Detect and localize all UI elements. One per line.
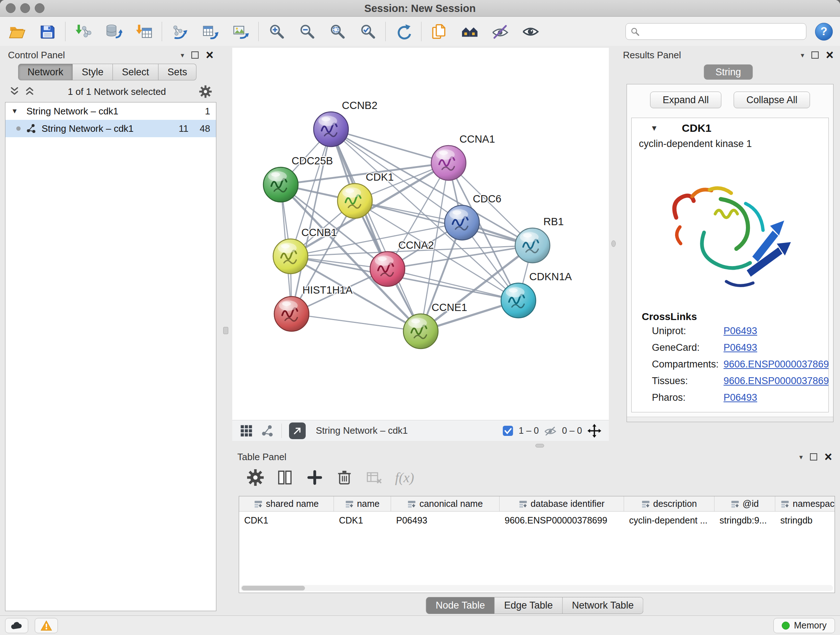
tab-node-table[interactable]: Node Table	[426, 597, 494, 614]
export-network-button[interactable]	[170, 20, 189, 43]
zoom-out-button[interactable]	[297, 20, 317, 43]
column-header-canonical-name[interactable]: canonical name	[391, 496, 500, 511]
collapse-all-button[interactable]: Collapse All	[734, 92, 810, 108]
crosslink-link[interactable]: 9606.ENSP00000378699	[723, 359, 829, 370]
help-button[interactable]: ?	[815, 23, 833, 41]
table-panel-close-icon[interactable]: ×	[824, 453, 832, 461]
crosslink-link[interactable]: P06493	[723, 325, 757, 337]
crosslink-link[interactable]: 9606.ENSP00000378699	[723, 375, 829, 386]
pan-move-icon[interactable]	[587, 424, 602, 438]
tab-network[interactable]: Network	[18, 64, 73, 80]
table-cell[interactable]: 9606.ENSP00000378699	[500, 511, 624, 529]
network-node-ccnb1[interactable]	[273, 239, 308, 274]
bottom-splitter-handle[interactable]	[535, 444, 544, 448]
column-header-description[interactable]: description	[624, 496, 714, 511]
expand-all-icon[interactable]	[25, 87, 35, 97]
network-row[interactable]: String Network – cdk1 11 48	[5, 120, 216, 137]
selected-checkbox-icon[interactable]	[502, 425, 514, 437]
entry-collapse-icon[interactable]: ▼	[651, 124, 658, 133]
open-session-button[interactable]	[7, 20, 27, 43]
column-header-shared-name[interactable]: shared name	[239, 496, 334, 511]
table-cell[interactable]: CDK1	[239, 511, 334, 529]
tab-edge-table[interactable]: Edge Table	[494, 597, 562, 614]
memory-button[interactable]: Memory	[774, 618, 835, 633]
table-row[interactable]: CDK1CDK1P064939606.ENSP00000378699cyclin…	[239, 511, 835, 529]
delete-column-icon[interactable]	[336, 469, 353, 486]
network-edge[interactable]	[331, 129, 421, 331]
table-hscrollbar[interactable]	[240, 585, 833, 591]
network-node-rb1[interactable]	[515, 228, 550, 263]
warnings-button[interactable]	[35, 618, 58, 633]
table-cell[interactable]: stringdb	[775, 511, 835, 529]
first-neighbors-button[interactable]	[460, 20, 479, 43]
grid-view-icon[interactable]	[240, 424, 253, 438]
table-panel-float-icon[interactable]	[810, 453, 817, 461]
results-panel-menu-icon[interactable]: ▾	[801, 52, 804, 59]
tab-select[interactable]: Select	[113, 64, 158, 80]
window-close-button[interactable]	[6, 3, 16, 13]
detach-view-button[interactable]	[289, 423, 306, 439]
cloud-services-button[interactable]	[5, 618, 28, 633]
add-column-icon[interactable]	[306, 469, 324, 486]
zoom-fit-button[interactable]	[327, 20, 347, 43]
results-panel-float-icon[interactable]	[812, 51, 819, 59]
import-network-file-button[interactable]	[73, 20, 93, 43]
search-input[interactable]	[644, 26, 802, 37]
table-cell[interactable]: P06493	[391, 511, 500, 529]
hidden-eye-icon[interactable]	[544, 424, 557, 437]
apply-layout-button[interactable]	[393, 20, 413, 43]
collapse-all-icon[interactable]	[9, 87, 19, 97]
table-cell[interactable]: cyclin-dependent ...	[624, 511, 714, 529]
right-splitter-handle[interactable]	[611, 241, 616, 247]
crosslink-link[interactable]: P06493	[723, 342, 757, 353]
save-session-button[interactable]	[38, 20, 57, 43]
left-splitter-handle[interactable]	[223, 327, 228, 334]
expand-all-button[interactable]: Expand All	[650, 92, 722, 108]
control-panel-close-icon[interactable]: ×	[206, 51, 213, 59]
table-panel-menu-icon[interactable]: ▾	[799, 454, 803, 461]
network-edge[interactable]	[292, 314, 421, 331]
import-network-database-button[interactable]	[104, 20, 123, 43]
network-node-cdc25b[interactable]	[264, 167, 298, 202]
network-node-ccnb2[interactable]	[314, 112, 348, 147]
table-hscroll-thumb[interactable]	[242, 586, 305, 591]
network-graph[interactable]: CCNB2CCNA1CDC25BCDK1CDC6RB1CCNB1CCNA2CDK…	[232, 48, 609, 420]
show-columns-icon[interactable]	[276, 469, 294, 486]
column-header-namespac[interactable]: namespac	[775, 496, 835, 511]
column-header-database-identifier[interactable]: database identifier	[500, 496, 624, 511]
tab-style[interactable]: Style	[73, 64, 113, 80]
column-header--id[interactable]: @id	[714, 496, 775, 511]
hide-selected-button[interactable]	[490, 20, 510, 43]
table-cell[interactable]: CDK1	[334, 511, 391, 529]
import-table-button[interactable]	[134, 20, 154, 43]
tab-string[interactable]: String	[704, 65, 753, 80]
tab-network-table[interactable]: Network Table	[562, 597, 644, 614]
zoom-in-button[interactable]	[267, 20, 286, 43]
export-image-button[interactable]	[231, 20, 250, 43]
network-node-cdc6[interactable]	[445, 205, 479, 240]
birdseye-view-icon[interactable]	[261, 424, 274, 438]
network-canvas[interactable]: CCNB2CCNA1CDC25BCDK1CDC6RB1CCNB1CCNA2CDK…	[232, 48, 609, 420]
network-node-hist1h1a[interactable]	[274, 296, 309, 331]
network-options-gear-icon[interactable]	[199, 85, 212, 98]
crosslink-link[interactable]: P06493	[723, 392, 757, 403]
duplicate-network-button[interactable]	[429, 20, 449, 43]
export-table-button[interactable]	[201, 20, 220, 43]
network-collection-row[interactable]: ▼ String Network – cdk1 1	[5, 103, 216, 120]
network-node-cdk1[interactable]	[338, 184, 372, 218]
table-options-gear-icon[interactable]	[247, 469, 264, 486]
tree-expand-icon[interactable]: ▼	[11, 107, 21, 115]
table-cell[interactable]: stringdb:9...	[714, 511, 775, 529]
control-panel-menu-icon[interactable]: ▾	[180, 52, 184, 59]
results-panel-close-icon[interactable]: ×	[826, 51, 834, 59]
zoom-selected-button[interactable]	[358, 20, 377, 43]
network-node-ccna2[interactable]	[370, 252, 405, 287]
window-minimize-button[interactable]	[20, 3, 30, 13]
results-scrollbar[interactable]	[627, 417, 833, 422]
show-all-button[interactable]	[521, 20, 540, 43]
column-header-name[interactable]: name	[334, 496, 391, 511]
window-zoom-button[interactable]	[35, 3, 44, 13]
network-node-ccna1[interactable]	[431, 146, 466, 180]
tab-sets[interactable]: Sets	[158, 64, 196, 80]
network-node-ccne1[interactable]	[403, 314, 438, 348]
